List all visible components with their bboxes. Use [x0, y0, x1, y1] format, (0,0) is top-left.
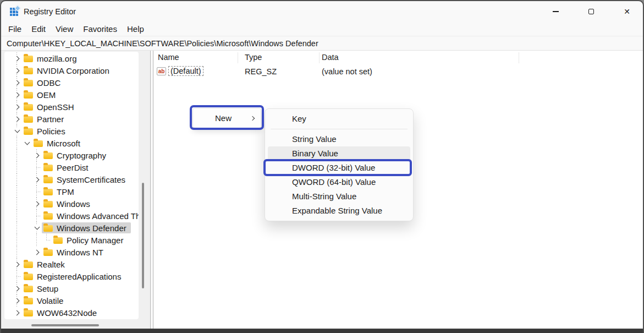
- tree-guide: [22, 173, 32, 185]
- tree-item-body[interactable]: TPM: [42, 186, 79, 197]
- tree-item-nvidia-corporation[interactable]: NVIDIA Corporation: [4, 64, 139, 77]
- tree-item-label: Windows NT: [57, 248, 103, 257]
- tree-item-partner[interactable]: Partner: [4, 113, 139, 125]
- tree-item-body[interactable]: RegisteredApplications: [22, 271, 125, 282]
- maximize-button[interactable]: [579, 1, 604, 22]
- address-bar[interactable]: Computer\HKEY_LOCAL_MACHINE\SOFTWARE\Pol…: [1, 36, 643, 51]
- close-button[interactable]: ✕: [614, 1, 640, 22]
- tree-item-body[interactable]: Setup: [22, 283, 63, 294]
- registry-tree: mozilla.orgNVIDIA CorporationODBCOEMOpen…: [4, 52, 139, 319]
- expander-chevron-right-icon[interactable]: [32, 173, 42, 185]
- tree-item-mozilla-org[interactable]: mozilla.org: [4, 52, 139, 64]
- window-title: Registry Editor: [24, 7, 76, 16]
- expander-chevron-right-icon[interactable]: [12, 101, 22, 113]
- expander-chevron-down-icon[interactable]: [22, 137, 32, 149]
- tree-item-oem[interactable]: OEM: [4, 89, 139, 101]
- expander-chevron-right-icon[interactable]: [12, 113, 22, 125]
- tree-item-odbc[interactable]: ODBC: [4, 77, 139, 89]
- tree-item-label: Partner: [37, 114, 64, 124]
- tree-item-windows-advanced-th[interactable]: Windows Advanced Th: [4, 210, 139, 222]
- tree-item-windows[interactable]: Windows: [4, 198, 139, 210]
- tree-item-body[interactable]: Partner: [22, 113, 68, 124]
- minimize-icon: [553, 11, 559, 12]
- vertical-scrollbar[interactable]: [142, 183, 144, 288]
- tree-item-body[interactable]: Windows Defender: [42, 222, 131, 233]
- expander-chevron-right-icon[interactable]: [12, 89, 22, 101]
- tree-item-policies[interactable]: Policies: [4, 125, 139, 137]
- column-divider[interactable]: [319, 52, 320, 63]
- folder-icon: [43, 189, 53, 195]
- column-divider[interactable]: [238, 52, 238, 63]
- tree-item-body[interactable]: Windows NT: [42, 247, 108, 258]
- menu-favorites[interactable]: Favorites: [78, 23, 122, 35]
- column-divider[interactable]: [519, 52, 519, 63]
- tree-item-body[interactable]: WOW6432Node: [22, 307, 101, 318]
- tree-item-windows-nt[interactable]: Windows NT: [4, 246, 139, 258]
- tree-item-body[interactable]: PeerDist: [42, 162, 93, 173]
- expander-chevron-right-icon[interactable]: [12, 258, 22, 270]
- menu-edit[interactable]: Edit: [26, 23, 51, 35]
- tree-item-body[interactable]: Microsoft: [32, 138, 85, 149]
- chevron-mask: [33, 200, 41, 208]
- menu-item-qword-64-bit-value[interactable]: QWORD (64-bit) Value: [268, 175, 410, 189]
- menu-item-key[interactable]: Key: [268, 112, 410, 126]
- menu-item-multi-string-value[interactable]: Multi-String Value: [268, 189, 410, 204]
- menu-item-string-value[interactable]: String Value: [268, 132, 410, 146]
- value-row-default[interactable]: ab (Default) REG_SZ (value not set): [153, 65, 643, 78]
- menu-help[interactable]: Help: [122, 23, 149, 35]
- tree-item-body[interactable]: OEM: [22, 89, 60, 100]
- menu-item-new[interactable]: New: [193, 113, 261, 123]
- tree-item-body[interactable]: Policy Manager: [52, 234, 128, 245]
- tree-item-body[interactable]: SystemCertificates: [42, 174, 130, 185]
- tree-item-registeredapplications[interactable]: RegisteredApplications: [4, 270, 139, 282]
- tree-item-body[interactable]: Realtek: [22, 259, 69, 270]
- tree-item-body[interactable]: Windows Advanced Th: [42, 210, 139, 221]
- tree-item-systemcertificates[interactable]: SystemCertificates: [4, 173, 139, 185]
- expander-chevron-down-icon[interactable]: [32, 222, 42, 234]
- tree-item-realtek[interactable]: Realtek: [4, 258, 139, 270]
- tree-item-body[interactable]: Volatile: [22, 295, 68, 306]
- menu-item-new-label: New: [215, 113, 232, 123]
- minimize-button[interactable]: [543, 1, 568, 22]
- chevron-down-icon: [24, 140, 30, 145]
- tree-item-microsoft[interactable]: Microsoft: [4, 137, 139, 149]
- tree-item-body[interactable]: Policies: [22, 125, 70, 137]
- expander-chevron-down-icon[interactable]: [12, 125, 22, 137]
- tree-item-body[interactable]: Cryptography: [42, 150, 111, 161]
- tree-item-volatile[interactable]: Volatile: [4, 294, 139, 307]
- tree-item-body[interactable]: ODBC: [22, 77, 65, 88]
- expander-chevron-right-icon[interactable]: [12, 307, 22, 319]
- tree-item-label: mozilla.org: [37, 54, 77, 63]
- tree-item-body[interactable]: NVIDIA Corporation: [22, 65, 114, 76]
- tree-item-body[interactable]: mozilla.org: [22, 53, 81, 64]
- expander-chevron-right-icon[interactable]: [12, 282, 22, 294]
- expander-chevron-right-icon[interactable]: [32, 198, 42, 210]
- tree-item-body[interactable]: Windows: [42, 198, 95, 209]
- expander-chevron-right-icon[interactable]: [12, 64, 22, 77]
- horizontal-scrollbar[interactable]: [31, 324, 99, 326]
- menu-item-dword-32-bit-value[interactable]: DWORD (32-bit) Value: [268, 161, 410, 175]
- tree-item-cryptography[interactable]: Cryptography: [4, 149, 139, 161]
- column-header-data[interactable]: Data: [322, 53, 339, 62]
- expander-chevron-right-icon[interactable]: [12, 52, 22, 64]
- tree-item-tpm[interactable]: TPM: [4, 185, 139, 198]
- menu-item-expandable-string-value[interactable]: Expandable String Value: [268, 204, 410, 218]
- tree-item-setup[interactable]: Setup: [4, 282, 139, 294]
- maximize-icon: [588, 9, 594, 14]
- value-name[interactable]: (Default): [168, 66, 203, 76]
- column-header-name[interactable]: Name: [158, 53, 179, 62]
- menu-view[interactable]: View: [51, 23, 78, 35]
- tree-item-wow6432node[interactable]: WOW6432Node: [4, 307, 139, 319]
- tree-item-policy-manager[interactable]: Policy Manager: [4, 234, 139, 246]
- tree-item-openssh[interactable]: OpenSSH: [4, 101, 139, 113]
- column-header-type[interactable]: Type: [245, 53, 262, 62]
- tree-item-windows-defender[interactable]: Windows Defender: [4, 222, 139, 234]
- expander-chevron-right-icon[interactable]: [12, 77, 22, 89]
- expander-chevron-right-icon[interactable]: [32, 246, 42, 258]
- tree-item-body[interactable]: OpenSSH: [22, 101, 79, 112]
- expander-chevron-right-icon[interactable]: [12, 294, 22, 307]
- tree-item-peerdist[interactable]: PeerDist: [4, 161, 139, 173]
- menu-file[interactable]: File: [3, 23, 26, 35]
- expander-chevron-right-icon[interactable]: [32, 149, 42, 161]
- menu-item-binary-value[interactable]: Binary Value: [268, 146, 410, 161]
